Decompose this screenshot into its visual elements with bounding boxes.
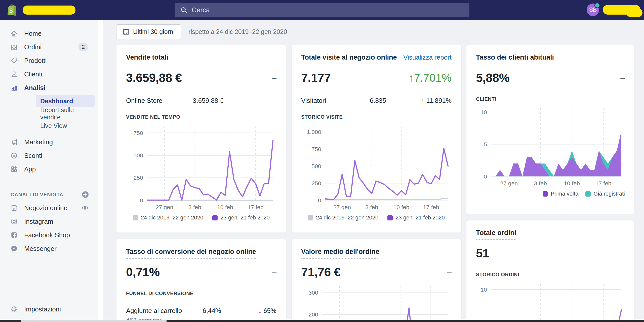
redacted-account-name [603, 5, 640, 15]
sidebar-item-clienti[interactable]: Clienti [0, 67, 98, 81]
facebook-icon [10, 231, 18, 239]
card-title-ordini[interactable]: Totale ordini [476, 229, 516, 240]
valore-delta: – [447, 267, 452, 277]
vendite-section-label: VENDITE NEL TEMPO [126, 114, 276, 120]
valore-value: 71,76 € [301, 265, 341, 279]
funnel-section-label: FUNNEL DI CONVERSIONE [126, 291, 276, 296]
sidebar-item-facebook-shop[interactable]: Facebook Shop [0, 228, 98, 242]
notification-dot [594, 3, 600, 8]
view-store-eye-icon[interactable] [81, 204, 89, 212]
svg-text:10 feb: 10 feb [217, 204, 233, 210]
svg-text:250: 250 [134, 174, 143, 181]
discounts-icon: % [10, 152, 18, 160]
sidebar-item-analisi[interactable]: Analisi [0, 81, 98, 95]
down-arrow-icon: ↓ [258, 307, 262, 314]
ordini-delta: – [620, 249, 625, 258]
visite-chart: 27 gen3 feb10 feb17 feb02505007501.000 [301, 123, 452, 212]
up-arrow-icon: ↑ [421, 97, 424, 104]
visite-delta-up: ↑7.701% [409, 72, 452, 84]
conversione-delta: – [272, 267, 276, 277]
svg-text:200: 200 [309, 311, 318, 318]
sidebar-item-negozio-online[interactable]: Negozio online [0, 201, 98, 215]
online-store-icon [10, 204, 18, 212]
sidebar-item-instagram[interactable]: Instagram [0, 215, 98, 228]
visite-value: 7.177 [301, 71, 331, 85]
svg-text:750: 750 [134, 130, 143, 136]
valore-chart: 27 gen3 feb10 feb17 feb0100200300 [301, 283, 452, 322]
svg-text:27 gen: 27 gen [333, 204, 351, 210]
sidebar-item-marketing[interactable]: Marketing [0, 135, 98, 149]
conversione-value: 0,71% [126, 265, 160, 279]
global-search[interactable] [175, 3, 469, 17]
sidebar-scroll-gutter[interactable] [98, 20, 103, 322]
sales-channels-header: CANALI DI VENDITA [0, 188, 98, 201]
svg-text:17 feb: 17 feb [248, 204, 264, 210]
card-title-vendite[interactable]: Vendite totali [126, 54, 168, 64]
vendite-chart: 27 gen3 feb10 feb17 feb0250500750 [126, 123, 276, 212]
card-vendite-totali: Vendite totali 3.659,88 € – Online Store… [116, 45, 286, 233]
svg-text:3 feb: 3 feb [365, 204, 378, 210]
visualizza-report-link[interactable]: Visualizza report [403, 54, 452, 61]
visite-section-label: STORICO VISITE [301, 114, 452, 120]
sidebar-item-ordini[interactable]: Ordini 2 [0, 40, 98, 54]
messenger-icon [10, 245, 18, 253]
shopify-logo-icon[interactable]: S [6, 3, 19, 17]
clienti-chart: 27 gen3 feb10 feb17 feb0510 [476, 105, 625, 188]
card-title-clienti[interactable]: Tasso dei clienti abituali [476, 54, 554, 64]
sidebar: Home Ordini 2 [0, 20, 98, 322]
account-menu[interactable]: SB [587, 4, 640, 16]
sidebar-subitem-dashboard[interactable]: Dashboard [36, 95, 95, 107]
svg-text:S: S [9, 7, 13, 14]
sidebar-item-prodotti[interactable]: Prodotti [0, 54, 98, 67]
svg-text:5: 5 [484, 141, 487, 148]
sidebar-item-home[interactable]: Home [0, 27, 98, 40]
dashboard-main: Ultimi 30 giorni rispetto a 24 dic 2019–… [103, 20, 644, 322]
sidebar-item-messenger[interactable]: Messenger [0, 242, 98, 255]
card-title-conversione[interactable]: Tasso di conversione del negozio online [126, 248, 256, 259]
svg-text:17 feb: 17 feb [423, 204, 439, 210]
ordini-section-label: STORICO ORDINI [476, 272, 625, 278]
vendite-delta: – [272, 73, 276, 82]
card-clienti-abituali: Tasso dei clienti abituali 5,88% – CLIEN… [466, 45, 635, 214]
date-filter-row: Ultimi 30 giorni rispetto a 24 dic 2019–… [116, 24, 644, 39]
search-input[interactable] [191, 6, 419, 14]
svg-text:750: 750 [312, 146, 321, 152]
search-icon [180, 6, 188, 14]
svg-text:10 feb: 10 feb [564, 180, 580, 187]
svg-text:1.000: 1.000 [307, 129, 321, 135]
card-totale-ordini: Totale ordini 51 – STORICO ORDINI 27 gen… [466, 220, 635, 322]
svg-text:27 gen: 27 gen [500, 180, 518, 187]
clienti-value: 5,88% [476, 71, 510, 85]
svg-text:500: 500 [312, 163, 321, 169]
sidebar-item-impostazioni[interactable]: Impostazioni [0, 302, 98, 316]
svg-text:10 feb: 10 feb [393, 204, 410, 210]
sidebar-subitem-live-view[interactable]: Live View [36, 120, 95, 132]
orders-icon [10, 43, 18, 51]
sidebar-item-app[interactable]: App [0, 162, 98, 176]
sidebar-item-sconti[interactable]: % Sconti [0, 149, 98, 162]
sidebar-settings-section: Impostazioni [0, 302, 98, 316]
instagram-icon [10, 217, 18, 225]
visite-legend: 24 dic 2019–22 gen 2020 23 gen–21 feb 20… [301, 214, 452, 221]
card-tasso-conversione: Tasso di conversione del negozio online … [116, 239, 286, 322]
date-range-button[interactable]: Ultimi 30 giorni [116, 24, 181, 39]
svg-text:250: 250 [312, 180, 321, 187]
apps-grid-icon [10, 165, 18, 173]
customers-icon [10, 70, 18, 78]
svg-text:500: 500 [134, 152, 143, 159]
add-channel-button[interactable] [82, 191, 89, 198]
svg-text:%: % [13, 154, 16, 158]
card-valore-medio-ordine: Valore medio dell'ordine 71,76 € – 27 ge… [291, 239, 461, 322]
svg-text:0: 0 [318, 197, 321, 204]
card-title-valore[interactable]: Valore medio dell'ordine [301, 248, 379, 259]
svg-text:3 feb: 3 feb [188, 204, 201, 210]
dashboard-cards-grid: Vendite totali 3.659,88 € – Online Store… [116, 45, 644, 322]
clienti-legend: Prima volta Già registrati [476, 191, 625, 197]
vendite-breakdown-row: Online Store 3.659,88 € – [126, 97, 276, 105]
svg-text:0: 0 [140, 197, 143, 204]
card-title-visite[interactable]: Totale visite al negozio online [301, 54, 397, 64]
svg-text:0: 0 [484, 173, 487, 180]
sidebar-subitem-report-vendite[interactable]: Report sulle vendite [36, 108, 95, 120]
avatar[interactable]: SB [587, 4, 599, 16]
clienti-delta: – [620, 73, 625, 82]
